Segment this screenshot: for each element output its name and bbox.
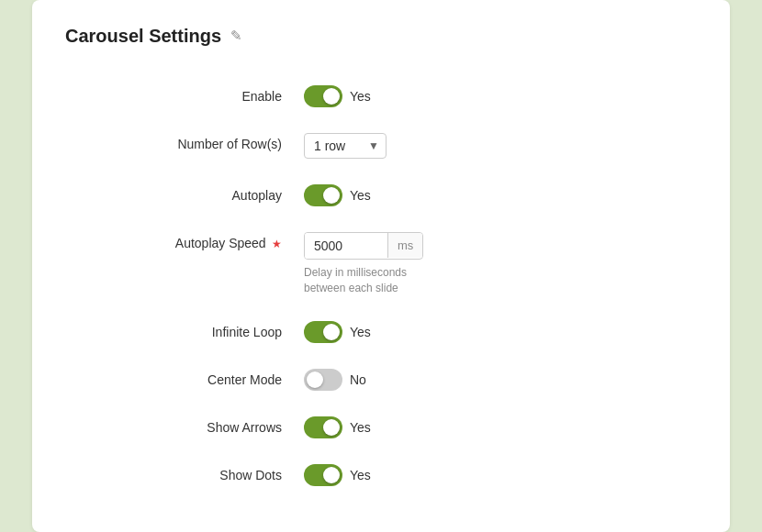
show-arrows-toggle[interactable]: [304, 416, 342, 438]
enable-control: Yes: [304, 85, 697, 107]
center-mode-toggle[interactable]: [304, 369, 342, 391]
page-title: Carousel Settings: [65, 26, 221, 47]
autoplay-toggle[interactable]: [304, 184, 342, 206]
enable-row: Enable Yes: [65, 72, 697, 120]
show-arrows-control: Yes: [304, 416, 697, 438]
infinite-loop-row: Infinite Loop Yes: [65, 308, 697, 356]
infinite-loop-control: Yes: [304, 321, 697, 343]
autoplay-toggle-thumb: [323, 187, 340, 204]
required-marker: ★: [269, 238, 282, 250]
show-arrows-label: Show Arrows: [65, 416, 304, 435]
autoplay-speed-input-wrapper: ms: [304, 232, 423, 260]
show-arrows-value-label: Yes: [350, 420, 371, 435]
center-mode-value-label: No: [350, 372, 366, 387]
autoplay-row: Autoplay Yes: [65, 172, 697, 219]
center-mode-label: Center Mode: [65, 369, 304, 387]
autoplay-speed-control: ms Delay in millisecondsbetween each sli…: [304, 232, 423, 296]
rows-select[interactable]: 1 row 2 rows 3 rows: [304, 133, 387, 159]
enable-toggle-thumb: [323, 88, 340, 105]
show-dots-row: Show Dots Yes: [65, 451, 697, 499]
autoplay-label: Autoplay: [65, 184, 304, 203]
rows-select-wrapper: 1 row 2 rows 3 rows ▼: [304, 133, 387, 159]
card-header: Carousel Settings ✎: [65, 26, 697, 47]
enable-toggle-wrapper: Yes: [304, 85, 371, 107]
show-arrows-row: Show Arrows Yes: [65, 404, 697, 451]
infinite-loop-label: Infinite Loop: [65, 321, 304, 339]
center-mode-row: Center Mode No: [65, 356, 697, 404]
rows-label: Number of Row(s): [65, 133, 304, 151]
show-dots-label: Show Dots: [65, 464, 304, 482]
autoplay-value-label: Yes: [350, 188, 371, 203]
enable-value-label: Yes: [350, 89, 371, 104]
autoplay-speed-label: Autoplay Speed ★: [65, 232, 304, 250]
center-mode-toggle-wrapper: No: [304, 369, 366, 391]
autoplay-toggle-wrapper: Yes: [304, 184, 371, 206]
show-dots-toggle[interactable]: [304, 464, 342, 486]
settings-form: Enable Yes Number of Row(s) 1 row: [65, 72, 697, 500]
settings-card: Carousel Settings ✎ Enable Yes Number of…: [32, 0, 730, 532]
edit-icon[interactable]: ✎: [230, 28, 242, 44]
enable-toggle[interactable]: [304, 85, 342, 107]
show-dots-toggle-wrapper: Yes: [304, 464, 371, 486]
autoplay-speed-suffix: ms: [387, 233, 422, 258]
autoplay-speed-row: Autoplay Speed ★ ms Delay in millisecond…: [65, 219, 697, 309]
infinite-loop-value-label: Yes: [350, 325, 371, 339]
center-mode-control: No: [304, 369, 697, 391]
show-arrows-toggle-wrapper: Yes: [304, 416, 371, 438]
rows-control: 1 row 2 rows 3 rows ▼: [304, 133, 697, 159]
rows-row: Number of Row(s) 1 row 2 rows 3 rows ▼: [65, 120, 697, 172]
infinite-loop-toggle-wrapper: Yes: [304, 321, 371, 343]
autoplay-speed-input[interactable]: [305, 233, 387, 259]
infinite-loop-toggle[interactable]: [304, 321, 342, 343]
show-dots-value-label: Yes: [350, 468, 371, 482]
enable-label: Enable: [65, 85, 304, 104]
show-dots-control: Yes: [304, 464, 697, 486]
autoplay-speed-hint: Delay in millisecondsbetween each slide: [304, 265, 423, 296]
autoplay-control: Yes: [304, 184, 697, 206]
